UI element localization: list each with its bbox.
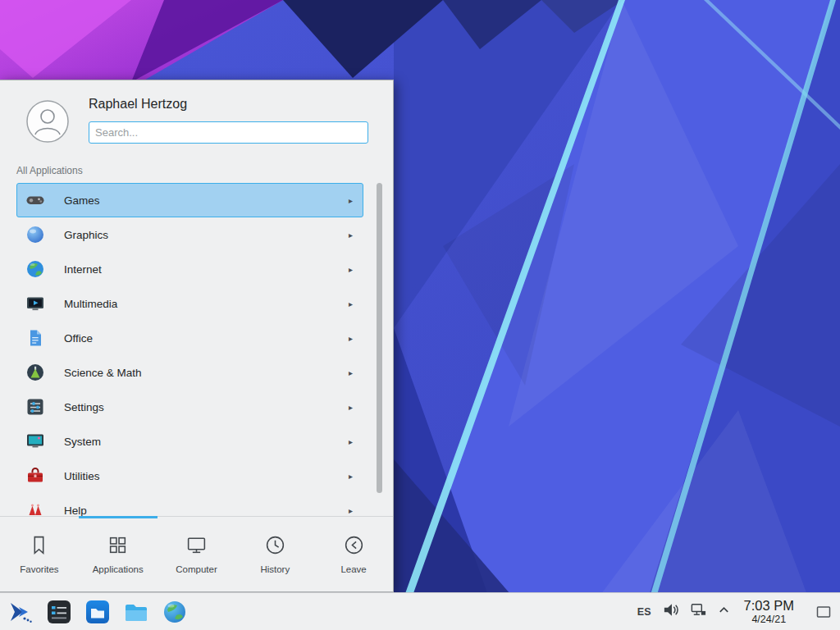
office-document-icon [25, 327, 46, 349]
multimedia-icon [25, 293, 46, 314]
chevron-right-icon: ▸ [349, 299, 353, 308]
chevron-right-icon: ▸ [349, 437, 353, 446]
volume-icon[interactable] [662, 601, 679, 622]
scrollbar-handle[interactable] [377, 183, 382, 493]
category-row-science-math[interactable]: Science & Math ▸ [16, 355, 363, 390]
tab-history[interactable]: History [235, 517, 314, 591]
show-desktop-button[interactable] [815, 596, 833, 628]
launcher-header: Raphael Hertzog [0, 80, 393, 156]
kali-menu-icon[interactable] [7, 598, 34, 626]
tab-label: Leave [340, 564, 366, 574]
tab-computer[interactable]: Computer [158, 517, 236, 591]
category-row-internet[interactable]: Internet ▸ [16, 252, 363, 286]
expand-tray-icon[interactable] [718, 604, 730, 619]
desktop: Raphael Hertzog All Applications Games ▸ [0, 0, 840, 630]
category-label: Graphics [64, 229, 108, 241]
taskbar-apps [7, 598, 189, 626]
tab-label: Favorites [20, 564, 58, 574]
chevron-right-icon: ▸ [349, 472, 353, 481]
science-icon [25, 362, 46, 383]
chevron-right-icon: ▸ [349, 231, 353, 240]
network-icon[interactable] [690, 601, 707, 622]
toolbox-icon [25, 465, 46, 486]
section-label: All Applications [16, 165, 83, 176]
tab-leave[interactable]: Leave [314, 517, 393, 591]
category-row-utilities[interactable]: Utilities ▸ [16, 459, 363, 493]
category-label: Games [64, 194, 100, 207]
chevron-right-icon: ▸ [349, 368, 353, 377]
category-row-office[interactable]: Office ▸ [16, 321, 363, 355]
clock-time: 7:03 PM [744, 598, 794, 613]
launcher-tabbar: Favorites Applications [0, 516, 393, 591]
chevron-right-icon: ▸ [349, 196, 353, 205]
category-label: Utilities [64, 470, 100, 482]
taskbar: ES [0, 592, 840, 630]
category-row-settings[interactable]: Settings ▸ [16, 390, 363, 424]
digital-clock[interactable]: 7:03 PM 4/24/21 [744, 598, 794, 624]
category-row-help[interactable]: Help ▸ [16, 493, 363, 518]
system-tray: ES [637, 596, 833, 628]
category-label: Office [64, 332, 93, 345]
category-label: Science & Math [64, 367, 142, 379]
leave-icon [343, 534, 365, 559]
settings-icon [25, 396, 46, 418]
search-input[interactable] [89, 121, 368, 144]
application-category-list: Games ▸ Graphics ▸ [0, 183, 393, 518]
application-launcher-popup: Raphael Hertzog All Applications Games ▸ [0, 80, 394, 592]
tab-label: Applications [93, 564, 144, 574]
chevron-right-icon: ▸ [349, 403, 353, 412]
category-label: Internet [64, 263, 102, 276]
help-icon [25, 500, 46, 518]
tab-label: Computer [176, 564, 217, 574]
tab-label: History [260, 564, 290, 574]
graphics-sphere-icon [25, 224, 46, 245]
terminal-settings-icon[interactable] [45, 598, 73, 626]
clock-date: 4/24/21 [744, 614, 794, 625]
chevron-right-icon: ▸ [349, 506, 353, 515]
category-label: Settings [64, 401, 104, 413]
keyboard-layout-indicator[interactable]: ES [637, 606, 651, 618]
category-row-multimedia[interactable]: Multimedia ▸ [16, 286, 363, 321]
category-row-games[interactable]: Games ▸ [16, 183, 363, 217]
gamepad-icon [25, 189, 46, 211]
category-label: System [64, 436, 101, 448]
tab-favorites[interactable]: Favorites [0, 517, 79, 591]
globe-icon [25, 258, 46, 280]
grid-icon [107, 534, 129, 559]
monitor-icon [185, 534, 208, 559]
category-row-graphics[interactable]: Graphics ▸ [16, 217, 363, 252]
user-name: Raphael Hertzog [89, 97, 187, 112]
chevron-right-icon: ▸ [349, 265, 353, 274]
category-label: Help [64, 504, 87, 517]
web-browser-icon[interactable] [161, 598, 189, 626]
clock-icon [264, 534, 286, 559]
folder-icon[interactable] [122, 598, 150, 626]
tab-applications[interactable]: Applications [79, 517, 158, 591]
chevron-right-icon: ▸ [349, 334, 353, 343]
category-row-system[interactable]: System ▸ [16, 424, 363, 459]
user-avatar-icon[interactable] [26, 100, 69, 143]
system-monitor-icon [25, 431, 46, 452]
blue-app-icon[interactable] [84, 598, 112, 626]
category-label: Multimedia [64, 298, 117, 310]
bookmark-icon [28, 534, 50, 559]
